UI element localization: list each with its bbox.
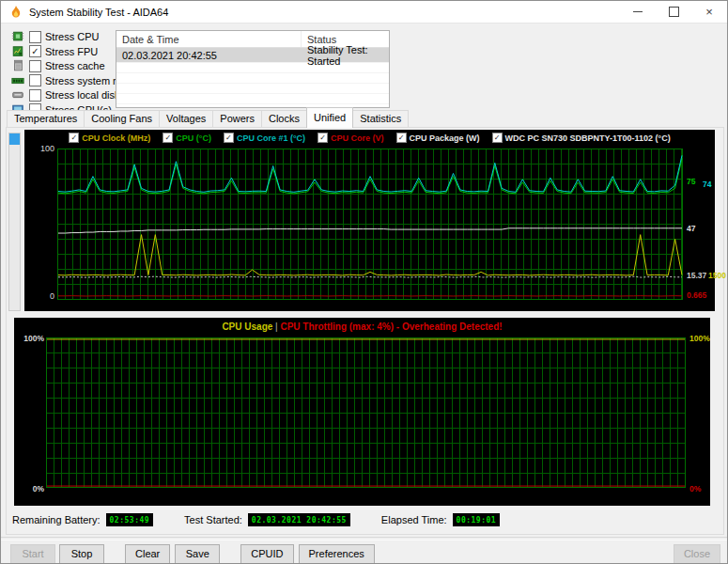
stress-option-stress-cpu: Stress CPU <box>10 30 116 43</box>
value-label-1500: 1500 <box>708 271 726 280</box>
tab-temperatures[interactable]: Temperatures <box>7 110 85 128</box>
legend-item-3: ✓CPU Core (V) <box>318 133 384 143</box>
value-label-15.37: 15.37 <box>687 271 706 280</box>
stress-local-disks-checkbox[interactable] <box>29 89 41 102</box>
stress-cache-label: Stress cache <box>45 60 105 71</box>
tab-unified[interactable]: Unified <box>306 107 353 128</box>
legend-item-2: ✓CPU Core #1 (°C) <box>224 133 305 143</box>
tab-voltages[interactable]: Voltages <box>159 110 213 128</box>
title-bar: System Stability Test - AIDA64 × <box>1 1 727 24</box>
legend-checkbox-5[interactable]: ✓ <box>492 133 503 143</box>
fpu-icon <box>10 45 25 58</box>
elapsed-time-value: 00:19:01 <box>453 513 501 526</box>
clear-button[interactable]: Clear <box>125 544 170 564</box>
stress-cpu-checkbox[interactable] <box>29 31 41 43</box>
disk-icon <box>10 88 25 102</box>
legend-item-4: ✓CPU Package (W) <box>396 133 480 143</box>
legend-item-0: ✓CPU Clock (MHz) <box>69 133 150 143</box>
event-log-table: Date & TimeStatus 02.03.2021 20:42:55Sta… <box>116 30 390 108</box>
action-button-row: StartStopClearSaveCPUIDPreferencesClose <box>1 543 728 564</box>
maximize-button[interactable] <box>656 1 691 23</box>
legend-item-5: ✓WDC PC SN730 SDBPNTY-1T00-1102 (°C) <box>492 133 671 143</box>
value-label-47: 47 <box>687 224 695 233</box>
minimize-button[interactable] <box>620 1 656 23</box>
stop-button[interactable]: Stop <box>59 544 104 564</box>
legend-checkbox-2[interactable]: ✓ <box>224 133 234 143</box>
stress-options-list: Stress CPU✓Stress FPUStress cacheStress … <box>10 30 116 118</box>
series-cpu-core-#1-c- <box>58 155 682 192</box>
unified-ymax-label: 100 <box>30 144 54 153</box>
stress-system-memory-checkbox[interactable] <box>29 74 41 86</box>
window-title: System Stability Test - AIDA64 <box>29 7 168 18</box>
button-row-separator <box>1 537 727 540</box>
cpu-usage-graph-plot <box>46 337 686 488</box>
app-flame-icon <box>8 5 23 20</box>
legend-checkbox-0[interactable]: ✓ <box>69 133 79 143</box>
legend-label-5: WDC PC SN730 SDBPNTY-1T00-1102 (°C) <box>505 133 671 143</box>
elapsed-time-label: Elapsed Time: <box>381 514 447 525</box>
legend-label-0: CPU Clock (MHz) <box>82 133 150 143</box>
preferences-button[interactable]: Preferences <box>299 544 375 564</box>
legend-checkbox-4[interactable]: ✓ <box>396 133 407 143</box>
cpu-icon <box>10 30 25 43</box>
graph-scale-slider[interactable] <box>8 133 21 311</box>
legend-checkbox-3[interactable]: ✓ <box>318 133 328 143</box>
close-window-button[interactable]: × <box>691 1 727 23</box>
legend-label-3: CPU Core (V) <box>331 133 384 143</box>
close-button: Close <box>674 544 720 564</box>
stress-option-stress-system-memory: Stress system memory <box>10 74 116 87</box>
legend-label-4: CPU Package (W) <box>410 133 480 143</box>
log-table-body: 02.03.2021 20:42:55Stability Test: Start… <box>116 48 389 108</box>
unified-graph-frame: ✓CPU Clock (MHz)✓CPU (°C)✓CPU Core #1 (°… <box>24 130 715 311</box>
stress-cpu-label: Stress CPU <box>45 31 99 42</box>
unified-ymin-label: 0 <box>30 291 54 301</box>
stress-local-disks-label: Stress local disks <box>45 89 125 101</box>
stress-option-stress-local-disks: Stress local disks <box>10 88 116 102</box>
value-label-75: 75 <box>687 177 695 186</box>
remaining-battery-value: 02:53:49 <box>106 513 154 526</box>
stress-cache-checkbox[interactable] <box>29 60 41 72</box>
window-controls: × <box>620 1 727 23</box>
graph-scale-slider-thumb[interactable] <box>9 133 20 145</box>
maximize-icon <box>669 7 679 17</box>
stress-option-stress-fpu: ✓Stress FPU <box>10 45 116 58</box>
cpu-usage-graph-frame: CPU Usage | CPU Throttling (max: 4%) - O… <box>14 318 710 506</box>
stress-option-stress-cache: Stress cache <box>10 59 116 72</box>
value-label-100%: 100% <box>689 334 710 343</box>
stress-fpu-label: Stress FPU <box>45 46 98 57</box>
tab-powers[interactable]: Powers <box>212 110 262 128</box>
axis-label-100pct: 100% <box>20 334 44 343</box>
close-icon: × <box>705 6 713 18</box>
memory-icon <box>10 74 25 87</box>
cpuid-button[interactable]: CPUID <box>240 544 293 564</box>
table-row[interactable]: 02.03.2021 20:42:55Stability Test: Start… <box>116 48 389 63</box>
legend-label-2: CPU Core #1 (°C) <box>237 133 305 143</box>
log-datetime-cell: 02.03.2021 20:42:55 <box>116 50 302 61</box>
tab-statistics[interactable]: Statistics <box>352 110 409 128</box>
axis-label-0pct: 0% <box>20 484 44 494</box>
sensor-tab-strip: TemperaturesCooling FansVoltagesPowersCl… <box>7 111 408 128</box>
value-label-0%: 0% <box>689 484 701 494</box>
cpu-throttling-warning: CPU Throttling (max: 4%) - Overheating D… <box>280 321 502 332</box>
log-empty-row <box>116 94 389 104</box>
save-button[interactable]: Save <box>175 544 220 564</box>
unified-graph-plot <box>57 149 683 300</box>
log-status-cell: Stability Test: Started <box>302 44 389 67</box>
aida64-stability-test-window: { "window": { "title": "System Stability… <box>0 0 728 564</box>
tab-cooling-fans[interactable]: Cooling Fans <box>84 110 160 128</box>
log-empty-row <box>116 73 389 84</box>
remaining-battery-label: Remaining Battery: <box>12 514 101 525</box>
value-label-74: 74 <box>703 180 711 189</box>
series-cpu-package-w- <box>58 276 682 277</box>
minimize-icon <box>633 11 643 12</box>
stress-fpu-checkbox[interactable]: ✓ <box>29 45 41 57</box>
log-column-header-0[interactable]: Date & Time <box>116 31 302 47</box>
cache-icon <box>10 59 25 72</box>
legend-checkbox-1[interactable]: ✓ <box>163 133 173 143</box>
log-empty-row <box>116 84 389 94</box>
value-label-0.665: 0.665 <box>687 290 706 300</box>
cpu-usage-graph-header: CPU Usage | CPU Throttling (max: 4%) - O… <box>14 321 710 332</box>
tab-clocks[interactable]: Clocks <box>261 110 307 128</box>
unified-graph-lines <box>58 149 682 299</box>
test-started-label: Test Started: <box>184 514 242 525</box>
